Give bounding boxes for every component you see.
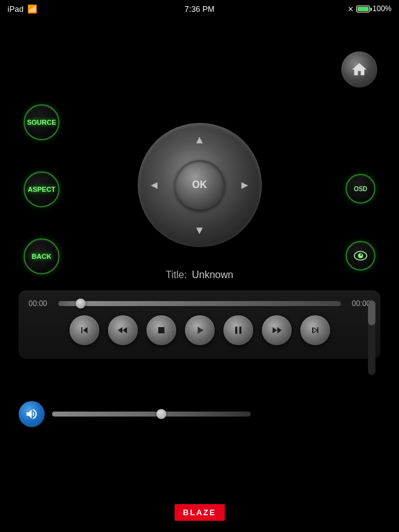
- source-label: Source: [27, 119, 56, 126]
- aspect-label: Aspect: [28, 186, 56, 193]
- home-icon: [351, 61, 368, 78]
- bluetooth-icon: ⨯: [347, 4, 354, 13]
- main-area: Source Aspect BACK OSD ▲ ▼ ◄: [0, 17, 399, 532]
- time-start: 00:00: [29, 299, 52, 308]
- status-time: 7:36 PM: [184, 4, 214, 14]
- time-end: 00:00: [347, 299, 370, 308]
- skip-start-icon: [78, 324, 91, 336]
- home-button[interactable]: [341, 52, 377, 88]
- scrollbar-thumb: [368, 300, 375, 325]
- pause-icon: [232, 324, 244, 336]
- source-button[interactable]: Source: [24, 104, 60, 140]
- player-scrollbar[interactable]: [368, 300, 375, 375]
- volume-track[interactable]: [52, 412, 251, 417]
- dpad-right-button[interactable]: ►: [235, 174, 256, 196]
- stop-button[interactable]: [146, 315, 176, 345]
- transport-controls: [29, 315, 370, 345]
- title-label: Title:: [166, 269, 187, 281]
- play-icon: [194, 324, 206, 336]
- osd-label: OSD: [354, 186, 367, 192]
- eye-icon: [354, 251, 367, 261]
- blaze-logo: BLAZE: [174, 504, 225, 521]
- dpad-ok-button[interactable]: OK: [175, 160, 225, 210]
- title-value: Unknown: [192, 269, 233, 281]
- play-button[interactable]: [185, 315, 215, 345]
- back-button[interactable]: BACK: [24, 238, 60, 274]
- osd-button[interactable]: OSD: [346, 174, 375, 204]
- stop-icon: [155, 324, 168, 336]
- skip-end-button[interactable]: [300, 315, 330, 345]
- battery-icon: [356, 4, 370, 13]
- dpad-right-icon: ►: [240, 179, 251, 192]
- pause-button[interactable]: [223, 315, 253, 345]
- dpad-left-button[interactable]: ◄: [144, 174, 165, 196]
- dpad-ok-label: OK: [192, 179, 207, 191]
- volume-icon: [25, 407, 38, 421]
- dpad-down-icon: ▼: [194, 224, 205, 237]
- svg-point-2: [361, 254, 362, 255]
- dpad-down-button[interactable]: ▼: [189, 220, 210, 241]
- dpad-up-icon: ▲: [194, 133, 205, 147]
- progress-thumb[interactable]: [76, 299, 86, 309]
- title-display: Title: Unknown: [166, 269, 233, 281]
- volume-button[interactable]: [19, 401, 45, 427]
- battery-percent: 100%: [372, 4, 392, 13]
- dpad: ▲ ▼ ◄ ► OK: [138, 123, 262, 247]
- skip-end-icon: [309, 324, 321, 336]
- progress-row: 00:00 00:00: [29, 299, 370, 308]
- fast-forward-button[interactable]: [262, 315, 292, 345]
- eye-button[interactable]: [346, 241, 375, 271]
- device-name: iPad: [7, 4, 24, 14]
- aspect-button[interactable]: Aspect: [24, 171, 60, 207]
- dpad-left-icon: ◄: [149, 179, 160, 192]
- fast-forward-icon: [271, 324, 283, 336]
- dpad-outer: ▲ ▼ ◄ ► OK: [138, 123, 262, 247]
- progress-track[interactable]: [58, 301, 341, 306]
- volume-thumb[interactable]: [156, 409, 166, 419]
- back-label: BACK: [32, 253, 52, 260]
- rewind-button[interactable]: [108, 315, 138, 345]
- wifi-icon: 📶: [27, 4, 37, 14]
- volume-row: [19, 401, 251, 427]
- player-section: 00:00 00:00: [19, 291, 380, 359]
- svg-point-1: [358, 253, 363, 258]
- dpad-up-button[interactable]: ▲: [189, 129, 210, 150]
- rewind-icon: [117, 324, 129, 336]
- skip-start-button[interactable]: [69, 315, 99, 345]
- status-bar: iPad 📶 7:36 PM ⨯ 100%: [0, 0, 399, 17]
